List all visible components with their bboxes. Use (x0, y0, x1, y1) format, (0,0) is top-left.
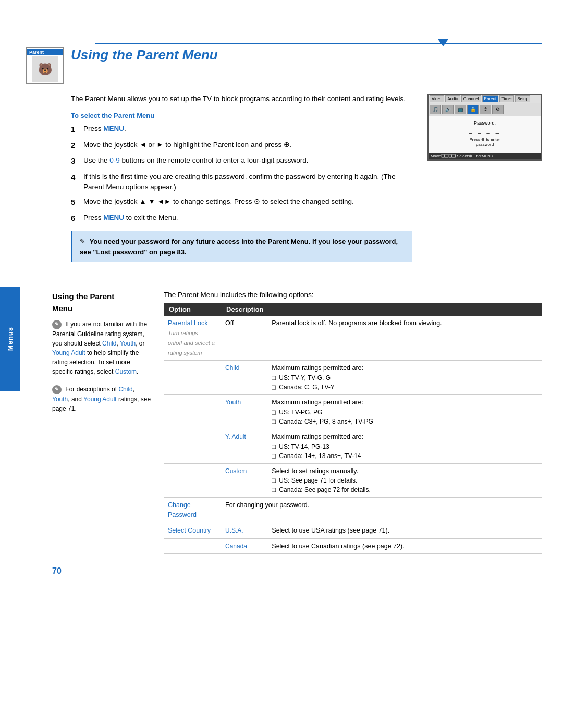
parent-icon-box: Parent 🐻 (26, 47, 64, 84)
subsection-title: Using the Parent Menu (52, 291, 151, 314)
empty-option-youth (164, 395, 221, 429)
sidebar-note-2: ✎ For descriptions of Child, Youth, and … (52, 385, 151, 413)
bottom-section: Using the Parent Menu ✎ If you are not f… (52, 291, 542, 554)
options-table: Option Description Parental Lock Turn ra… (164, 303, 542, 554)
sidebar-note-1-text: If you are not familiar with the Parenta… (52, 320, 147, 375)
youth-cell: Youth (221, 395, 267, 429)
change-password-option: Change Password (164, 498, 221, 523)
step-1-num: 1 (71, 124, 79, 135)
youth-link-1[interactable]: Youth (120, 340, 136, 347)
usa-desc: Select to use USA ratings (see page 71). (267, 523, 542, 538)
step-3-inline: 0-9 (109, 156, 120, 164)
page-number: 70 (52, 566, 542, 576)
youth-sub-option: Youth (225, 399, 241, 406)
step-2-num: 2 (71, 140, 79, 152)
step-2: 2 Move the joystick ◄ or ► to highlight … (71, 140, 412, 152)
child-link-1[interactable]: Child (102, 340, 116, 347)
child-bullet-2: Canada: C, G, TV-Y (272, 382, 538, 392)
top-left: The Parent Menu allows you to set up the… (71, 94, 412, 269)
usa-cell: U.S.A. (221, 523, 267, 538)
step-5: 5 Move the joystick ▲ ▼ ◄► to change set… (71, 196, 412, 208)
tv-password-label: Password: (434, 120, 536, 126)
canada-sub-option: Canada (225, 542, 247, 550)
youth-link-2[interactable]: Youth (52, 396, 68, 403)
step-6-num: 6 (71, 213, 79, 225)
tv-icon-6: ⚙ (492, 105, 504, 114)
table-header-row: Option Description (164, 303, 542, 316)
step-1-content: Press MENU. (83, 124, 412, 135)
usa-sub-option: U.S.A. (225, 527, 243, 534)
step-6: 6 Press MENU to exit the Menu. (71, 213, 412, 225)
custom-bullets: US: See page 71 for details. Canada: See… (272, 476, 538, 495)
top-line-arrow (438, 39, 448, 46)
change-password-label: Change Password (168, 501, 197, 519)
tv-body: Password: _ _ _ _ Press ⊕ to enterpasswo… (429, 116, 541, 153)
tv-dashes: _ _ _ _ (434, 128, 536, 134)
table-row: Select Country U.S.A. Select to use USA … (164, 523, 542, 538)
table-row: Child Maximum ratings permitted are: US:… (164, 361, 542, 395)
page-title: Using the Parent Menu (71, 47, 218, 63)
tv-icon-1: 🎵 (430, 105, 441, 114)
change-password-desc: For changing your password. (221, 498, 542, 523)
child-bullet-1: US: TV-Y, TV-G, G (272, 373, 538, 382)
tv-menu-audio: Audio (445, 95, 460, 102)
empty-option-custom (164, 463, 221, 498)
subsection-title-line2: Menu (52, 304, 72, 313)
table-row: Change Password For changing your passwo… (164, 498, 542, 523)
tv-icon-5: ⏱ (480, 105, 491, 114)
tv-icons-row: 🎵 🔊 📺 🔒 ⏱ ⚙ (429, 103, 541, 116)
tv-screen-area: Video Audio Channel Parent Timer Setup 🎵… (427, 94, 542, 269)
canada-cell: Canada (221, 538, 267, 554)
empty-option-child (164, 361, 221, 395)
note-icon-small-1: ✎ (52, 320, 62, 329)
sidebar-label: Menus (6, 327, 14, 351)
select-country-option: Select Country (164, 523, 221, 538)
child-link-2[interactable]: Child (118, 386, 132, 393)
yadult-cell: Y. Adult (221, 429, 267, 463)
step-6-content: Press MENU to exit the Menu. (83, 213, 412, 225)
step-5-num: 5 (71, 196, 79, 208)
step-2-content: Move the joystick ◄ or ► to highlight th… (83, 140, 412, 152)
custom-bullet-2: Canada: See page 72 for details. (272, 485, 538, 495)
young-adult-link-1[interactable]: Young Adult (52, 349, 85, 356)
tv-menu-timer: Timer (499, 95, 514, 102)
empty-option-canada (164, 538, 221, 554)
sidebar: Menus (0, 287, 20, 391)
parental-lock-sublabel: Turn ratingson/off and select arating sy… (168, 330, 215, 356)
yadult-desc: Maximum ratings permitted are: US: TV-14… (267, 429, 542, 463)
tv-menu-channel: Channel (461, 95, 481, 102)
note-icon: ✎ (80, 237, 85, 247)
col-description-header: Description (221, 303, 542, 316)
empty-option-yadult (164, 429, 221, 463)
table-row: Youth Maximum ratings permitted are: US:… (164, 395, 542, 429)
steps-list: 1 Press MENU. 2 Move the joystick ◄ or ►… (71, 124, 412, 224)
note-icon-small-2: ✎ (52, 385, 62, 394)
step-4-num: 4 (71, 171, 79, 193)
section-divider (26, 280, 542, 280)
young-adult-link-2[interactable]: Young Adult (83, 396, 117, 403)
tv-icon-2: 🔊 (442, 105, 454, 114)
custom-link-1[interactable]: Custom (115, 368, 137, 375)
step-4-content: If this is the first time you are creati… (83, 171, 412, 193)
step-5-content: Move the joystick ▲ ▼ ◄► to change setti… (83, 196, 412, 208)
tv-menu-video: Video (430, 95, 444, 102)
col-option-header: Option (164, 303, 221, 316)
top-section: The Parent Menu allows you to set up the… (71, 94, 542, 269)
note-text: You need your password for any future ac… (80, 238, 398, 256)
table-row: Y. Adult Maximum ratings permitted are: … (164, 429, 542, 463)
section-header: Parent 🐻 Using the Parent Menu (26, 42, 542, 84)
child-bullets: US: TV-Y, TV-G, G Canada: C, G, TV-Y (272, 373, 538, 392)
table-row: Custom Select to set ratings manually. U… (164, 463, 542, 498)
yadult-bullets: US: TV-14, PG-13 Canada: 14+, 13 ans+, T… (272, 442, 538, 461)
yadult-bullet-2: Canada: 14+, 13 ans+, TV-14 (272, 451, 538, 461)
main-content: Parent 🐻 Using the Parent Menu The Paren… (26, 0, 542, 576)
custom-cell: Custom (221, 463, 267, 498)
steps-heading: To select the Parent Menu (71, 112, 412, 119)
parent-icon-image: 🐻 (32, 56, 58, 82)
step-3: 3 Use the 0-9 buttons on the remote cont… (71, 155, 412, 167)
yadult-sub-option: Y. Adult (225, 433, 246, 440)
sidebar-note-1: ✎ If you are not familiar with the Paren… (52, 319, 151, 376)
child-sub-option: Child (225, 364, 239, 372)
tv-menu-bar: Video Audio Channel Parent Timer Setup (429, 95, 541, 103)
note-box: ✎ You need your password for any future … (71, 231, 412, 262)
